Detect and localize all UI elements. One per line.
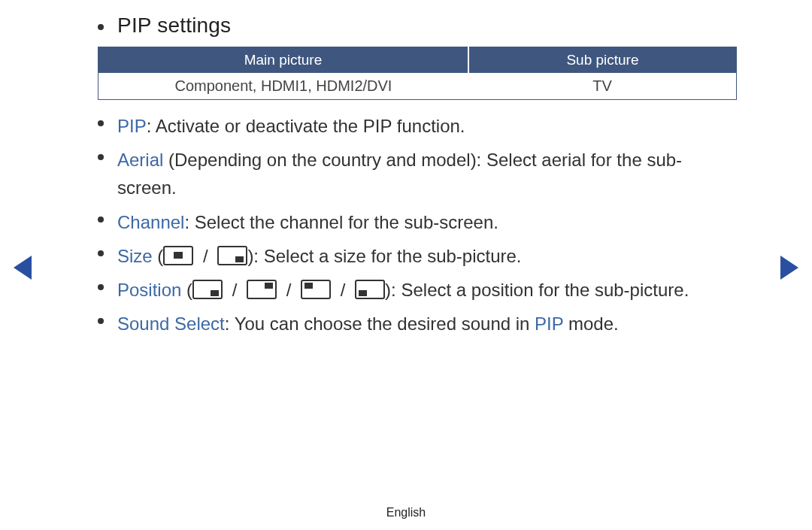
item-key: Position: [117, 280, 181, 300]
page-content: PIP settings Main picture Sub picture Co…: [98, 14, 737, 338]
item-desc: (Depending on the country and model): Se…: [117, 150, 682, 198]
item-text: Channel: Select the channel for the sub-…: [117, 208, 498, 236]
list-item: Position ( / / / ): Select a position fo…: [98, 276, 737, 304]
separator: /: [198, 246, 213, 266]
item-text: Aerial (Depending on the country and mod…: [117, 146, 737, 201]
section-title: PIP settings: [117, 14, 231, 38]
table-header-row: Main picture Sub picture: [98, 47, 737, 74]
bullet-icon: [98, 284, 104, 290]
item-text: Size ( / ): Select a size for the sub-pi…: [117, 242, 522, 270]
item-key: PIP: [117, 116, 147, 136]
item-key: Sound Select: [117, 313, 225, 334]
size-small-icon: [217, 246, 247, 265]
item-text: Sound Select: You can choose the desired…: [117, 310, 619, 338]
header-sub-picture: Sub picture: [468, 47, 737, 74]
separator: /: [335, 280, 350, 300]
paren-open: (: [181, 280, 192, 300]
item-text: Position ( / / / ): Select a position fo…: [117, 276, 689, 304]
cell-sub-picture: TV: [468, 73, 737, 100]
item-key: Size: [117, 246, 153, 266]
cell-main-picture: Component, HDMI1, HDMI2/DVI: [98, 73, 468, 100]
paren-open: (: [153, 246, 164, 266]
list-item: Size ( / ): Select a size for the sub-pi…: [98, 242, 737, 270]
inline-key: PIP: [535, 313, 563, 334]
header-main-picture: Main picture: [98, 47, 468, 74]
next-page-arrow-icon[interactable]: [780, 256, 798, 280]
separator: /: [281, 280, 296, 300]
list-item: Channel: Select the channel for the sub-…: [98, 208, 737, 236]
item-desc-pre: : You can choose the desired sound in: [225, 313, 535, 334]
position-top-right-icon: [247, 280, 277, 299]
item-desc: : Select the channel for the sub-screen.: [184, 212, 498, 232]
bullet-icon: [98, 154, 104, 160]
pip-settings-table: Main picture Sub picture Component, HDMI…: [98, 47, 737, 100]
item-key: Aerial: [117, 150, 163, 170]
item-key: Channel: [117, 212, 184, 232]
table-row: Component, HDMI1, HDMI2/DVI TV: [98, 73, 737, 100]
bullet-icon: [98, 250, 104, 256]
manual-page: PIP settings Main picture Sub picture Co…: [0, 0, 812, 530]
list-item: PIP: Activate or deactivate the PIP func…: [98, 112, 737, 140]
position-top-left-icon: [301, 280, 331, 299]
list-item: Aerial (Depending on the country and mod…: [98, 146, 737, 201]
bullet-icon: [98, 24, 104, 30]
bullet-icon: [98, 217, 104, 223]
position-bottom-right-icon: [192, 280, 223, 299]
size-large-icon: [163, 246, 193, 265]
list-item: Sound Select: You can choose the desired…: [98, 310, 737, 338]
bullet-icon: [98, 120, 104, 126]
item-desc: ): Select a size for the sub-picture.: [247, 246, 521, 266]
position-bottom-left-icon: [355, 280, 385, 299]
item-desc-post: mode.: [563, 313, 618, 334]
page-footer-language: English: [0, 506, 812, 519]
separator: /: [227, 280, 242, 300]
section-heading-row: PIP settings: [98, 14, 737, 38]
item-desc: : Activate or deactivate the PIP functio…: [147, 116, 465, 136]
prev-page-arrow-icon[interactable]: [14, 256, 32, 280]
item-desc: ): Select a position for the sub-picture…: [385, 280, 689, 300]
item-text: PIP: Activate or deactivate the PIP func…: [117, 112, 465, 140]
bullet-icon: [98, 318, 104, 324]
